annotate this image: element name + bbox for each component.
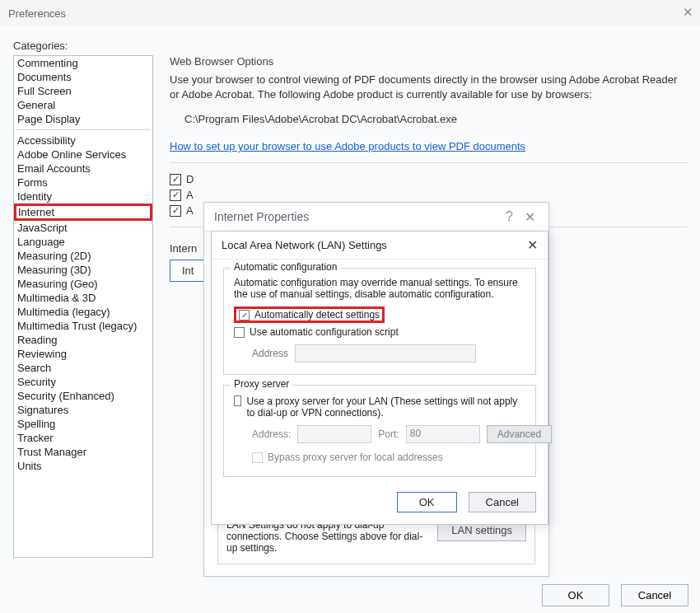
sidebar-item-reviewing[interactable]: Reviewing bbox=[14, 347, 152, 361]
lan-ok-button[interactable]: OK bbox=[397, 492, 457, 512]
auto-detect-checkbox[interactable] bbox=[239, 310, 250, 321]
sidebar-item-full-screen[interactable]: Full Screen bbox=[14, 84, 152, 98]
sidebar-item-multimedia-3d[interactable]: Multimedia & 3D bbox=[14, 291, 152, 305]
bypass-label: Bypass proxy server for local addresses bbox=[268, 452, 443, 463]
sidebar-item-reading[interactable]: Reading bbox=[14, 333, 152, 347]
sidebar-item-spelling[interactable]: Spelling bbox=[14, 417, 152, 431]
sidebar-item-units[interactable]: Units bbox=[14, 459, 152, 473]
window-title: Preferences bbox=[8, 7, 66, 20]
sidebar-item-security-enhanced-[interactable]: Security (Enhanced) bbox=[14, 389, 152, 403]
lan-cancel-button[interactable]: Cancel bbox=[469, 492, 536, 512]
close-icon[interactable]: ✕ bbox=[683, 5, 693, 20]
sidebar-item-tracker[interactable]: Tracker bbox=[14, 431, 152, 445]
bypass-checkbox bbox=[252, 452, 263, 463]
help-icon[interactable]: ? bbox=[497, 209, 521, 224]
option-checkbox[interactable] bbox=[170, 190, 181, 201]
autocfg-legend: Automatic configuration bbox=[231, 261, 340, 273]
close-icon[interactable]: ✕ bbox=[527, 237, 538, 253]
advanced-button[interactable]: Advanced bbox=[487, 425, 552, 443]
sidebar-item-email-accounts[interactable]: Email Accounts bbox=[14, 161, 152, 175]
auto-detect-highlight: Automatically detect settings bbox=[234, 306, 385, 323]
sidebar-item-accessibility[interactable]: Accessibility bbox=[14, 133, 152, 147]
sidebar-item-internet[interactable]: Internet bbox=[14, 204, 152, 221]
proxy-server-group: Proxy server Use a proxy server for your… bbox=[223, 385, 536, 477]
auto-script-label: Use automatic configuration script bbox=[250, 326, 399, 338]
sidebar-item-page-display[interactable]: Page Display bbox=[14, 112, 152, 126]
sidebar-item-forms[interactable]: Forms bbox=[14, 175, 152, 190]
option-label: D bbox=[186, 173, 194, 185]
proxy-address-label: Address: bbox=[252, 428, 291, 440]
sidebar-item-measuring-3d-[interactable]: Measuring (3D) bbox=[14, 263, 152, 277]
sidebar-item-search[interactable]: Search bbox=[14, 361, 152, 375]
use-proxy-label: Use a proxy server for your LAN (These s… bbox=[246, 395, 525, 419]
sidebar-item-trust-manager[interactable]: Trust Manager bbox=[14, 445, 152, 459]
option-row: D bbox=[170, 173, 687, 185]
sidebar-item-signatures[interactable]: Signatures bbox=[14, 403, 152, 417]
auto-script-checkbox[interactable] bbox=[234, 327, 245, 338]
lan-dialog-title: Local Area Network (LAN) Settings bbox=[222, 239, 387, 251]
proxy-legend: Proxy server bbox=[231, 378, 292, 390]
sidebar-item-multimedia-legacy-[interactable]: Multimedia (legacy) bbox=[14, 305, 152, 319]
sidebar-item-javascript[interactable]: JavaScript bbox=[14, 221, 152, 235]
sidebar-item-adobe-online-services[interactable]: Adobe Online Services bbox=[14, 147, 152, 161]
sidebar-item-measuring-geo-[interactable]: Measuring (Geo) bbox=[14, 277, 152, 291]
preferences-footer: OK Cancel bbox=[542, 584, 688, 606]
section-desc: Use your browser to control viewing of P… bbox=[170, 73, 687, 101]
section-title: Web Browser Options bbox=[170, 55, 687, 68]
internet-settings-button[interactable]: Int bbox=[170, 260, 206, 282]
divider bbox=[170, 162, 687, 163]
proxy-address-input bbox=[297, 425, 371, 443]
categories-sidebar: CommentingDocumentsFull ScreenGeneralPag… bbox=[13, 55, 153, 558]
option-checkbox[interactable] bbox=[170, 174, 181, 185]
ok-button[interactable]: OK bbox=[542, 584, 609, 606]
sidebar-item-identity[interactable]: Identity bbox=[14, 190, 152, 204]
close-icon[interactable]: ✕ bbox=[521, 209, 539, 225]
lan-settings-dialog: Local Area Network (LAN) Settings ✕ Auto… bbox=[211, 231, 548, 525]
automatic-configuration-group: Automatic configuration Automatic config… bbox=[223, 268, 536, 375]
option-row: A bbox=[170, 189, 687, 201]
sidebar-item-security[interactable]: Security bbox=[14, 375, 152, 389]
sidebar-item-measuring-2d-[interactable]: Measuring (2D) bbox=[14, 249, 152, 263]
sidebar-item-general[interactable]: General bbox=[14, 98, 152, 112]
cancel-button[interactable]: Cancel bbox=[621, 584, 688, 606]
option-checkbox[interactable] bbox=[170, 205, 181, 217]
sidebar-item-commenting[interactable]: Commenting bbox=[14, 56, 152, 70]
help-link[interactable]: How to set up your browser to use Adobe … bbox=[170, 140, 525, 152]
option-label: A bbox=[186, 204, 194, 217]
proxy-port-label: Port: bbox=[378, 428, 399, 440]
categories-label: Categories: bbox=[13, 40, 687, 52]
product-path: C:\Program Files\Adobe\Acrobat DC\Acroba… bbox=[184, 113, 687, 125]
script-address-input bbox=[295, 344, 476, 363]
proxy-port-input: 80 bbox=[406, 425, 480, 443]
sidebar-item-language[interactable]: Language bbox=[14, 235, 152, 249]
sidebar-divider bbox=[16, 129, 151, 130]
sidebar-item-documents[interactable]: Documents bbox=[14, 70, 152, 84]
auto-detect-label: Automatically detect settings bbox=[254, 309, 380, 321]
sidebar-item-multimedia-trust-legacy-[interactable]: Multimedia Trust (legacy) bbox=[14, 319, 152, 333]
use-proxy-checkbox[interactable] bbox=[234, 395, 241, 406]
autocfg-hint: Automatic configuration may override man… bbox=[234, 277, 525, 300]
internet-properties-title: Internet Properties bbox=[214, 210, 309, 223]
option-label: A bbox=[186, 189, 194, 201]
script-address-label: Address bbox=[252, 348, 288, 359]
titlebar: Preferences ✕ bbox=[0, 0, 700, 26]
